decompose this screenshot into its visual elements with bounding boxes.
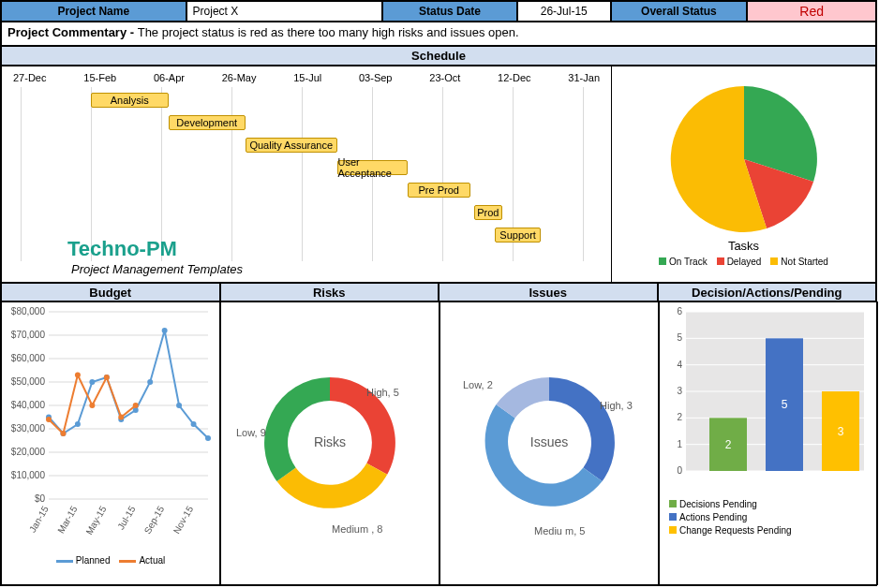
svg-text:High, 3: High, 3 xyxy=(600,400,633,411)
tasks-legend: On TrackDelayedNot Started xyxy=(659,257,828,267)
svg-text:May-15: May-15 xyxy=(83,504,108,537)
svg-text:Nov-15: Nov-15 xyxy=(171,504,196,536)
project-name-value: Project X xyxy=(186,1,383,22)
commentary-text: The project status is red as there too m… xyxy=(138,25,519,39)
svg-text:Mar-15: Mar-15 xyxy=(55,504,80,535)
svg-text:5: 5 xyxy=(782,398,788,411)
tasks-pie-box: Tasks On TrackDelayedNot Started xyxy=(612,66,876,283)
svg-text:Medium , 8: Medium , 8 xyxy=(332,523,382,535)
svg-text:Sep-15: Sep-15 xyxy=(142,504,167,536)
svg-text:3: 3 xyxy=(838,425,844,438)
gantt-chart: 27-Dec15-Feb06-Apr26-May15-Jul03-Sep23-O… xyxy=(1,66,612,283)
svg-text:$50,000: $50,000 xyxy=(11,376,46,387)
gantt-bar-quality-assurance: Quality Assurance xyxy=(246,138,337,153)
svg-text:Risks: Risks xyxy=(314,434,346,449)
svg-text:2: 2 xyxy=(725,438,732,451)
header-row: Project Name Project X Status Date 26-Ju… xyxy=(1,1,876,22)
svg-text:4: 4 xyxy=(677,360,682,370)
schedule-body: 27-Dec15-Feb06-Apr26-May15-Jul03-Sep23-O… xyxy=(1,66,876,283)
tasks-pie-chart xyxy=(650,82,838,237)
svg-text:$60,000: $60,000 xyxy=(11,353,46,363)
risks-header: Risks xyxy=(220,283,440,301)
svg-text:$0: $0 xyxy=(35,493,46,504)
svg-text:Mediu m, 5: Mediu m, 5 xyxy=(534,525,585,537)
gantt-bar-user-acceptance: User Acceptance xyxy=(337,160,408,175)
commentary-label: Project Commentary - xyxy=(7,25,138,39)
budget-chart: $0$10,000$20,000$30,000$40,000$50,000$60… xyxy=(1,301,220,585)
svg-text:0: 0 xyxy=(677,465,682,476)
svg-text:Jan-15: Jan-15 xyxy=(27,504,51,534)
project-name-label: Project Name xyxy=(1,1,186,22)
budget-header: Budget xyxy=(1,283,220,301)
svg-text:2: 2 xyxy=(677,412,682,422)
brand-logo: Techno-PM xyxy=(67,237,177,261)
svg-text:Issues: Issues xyxy=(530,434,568,449)
svg-text:Low, 9: Low, 9 xyxy=(236,427,266,438)
svg-text:$80,000: $80,000 xyxy=(11,306,46,316)
svg-text:3: 3 xyxy=(677,386,682,396)
gantt-bar-prod: Prod xyxy=(474,205,502,220)
budget-legend: PlannedActual xyxy=(2,555,219,566)
svg-text:$30,000: $30,000 xyxy=(11,423,46,434)
svg-text:Jul-15: Jul-15 xyxy=(115,504,137,531)
commentary: Project Commentary - The project status … xyxy=(1,22,876,46)
issues-header: Issues xyxy=(439,283,658,301)
dap-legend: Decisions PendingActions PendingChange R… xyxy=(660,492,877,542)
dap-header: Decision/Actions/Pending xyxy=(658,283,877,301)
subheader-row: Budget Risks Issues Decision/Actions/Pen… xyxy=(1,283,876,301)
svg-text:6: 6 xyxy=(677,306,682,316)
gantt-bar-development: Development xyxy=(169,115,246,130)
charts-row: $0$10,000$20,000$30,000$40,000$50,000$60… xyxy=(1,301,876,585)
gantt-bar-pre-prod: Pre Prod xyxy=(408,183,471,198)
svg-text:$70,000: $70,000 xyxy=(11,330,46,340)
gantt-bar-support: Support xyxy=(495,228,541,243)
svg-text:1: 1 xyxy=(677,439,682,449)
brand-sub: Project Management Templates xyxy=(71,262,243,276)
risks-chart: Risks High, 5 Medium , 8 Low, 9 xyxy=(220,301,440,585)
gantt-bar-analysis: Analysis xyxy=(91,93,169,108)
issues-chart: Issues High, 3 Mediu m, 5 Low, 2 xyxy=(440,301,659,585)
status-date-label: Status Date xyxy=(382,1,517,22)
dap-chart: 0123456253 Decisions PendingActions Pend… xyxy=(659,301,878,585)
svg-text:5: 5 xyxy=(677,332,682,343)
svg-text:$10,000: $10,000 xyxy=(11,470,46,480)
status-date-value: 26-Jul-15 xyxy=(517,1,611,22)
overall-status-value: Red xyxy=(747,1,876,22)
svg-text:Low, 2: Low, 2 xyxy=(463,379,493,390)
tasks-title: Tasks xyxy=(728,239,759,253)
overall-status-label: Overall Status xyxy=(611,1,748,22)
schedule-header: Schedule xyxy=(1,46,876,66)
svg-text:$20,000: $20,000 xyxy=(11,447,46,457)
svg-text:High, 5: High, 5 xyxy=(366,387,399,398)
svg-text:$40,000: $40,000 xyxy=(11,400,46,410)
dashboard: Project Name Project X Status Date 26-Ju… xyxy=(0,0,877,586)
